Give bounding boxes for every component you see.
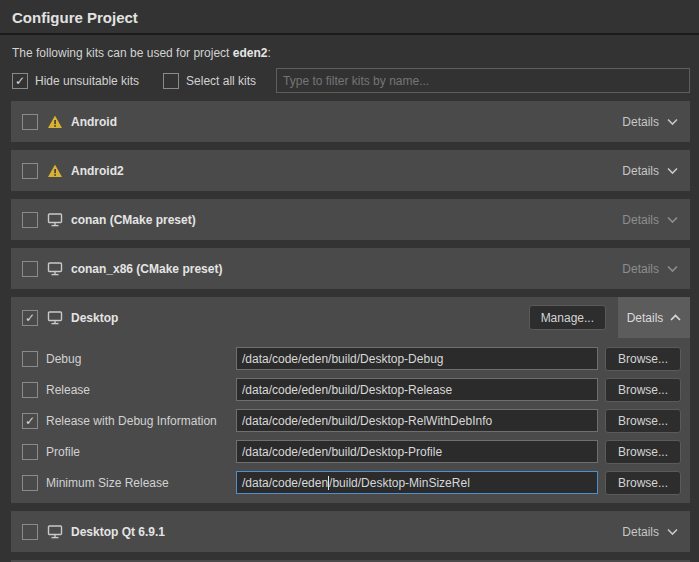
select-all-kits-label: Select all kits — [186, 74, 256, 88]
kit-checkbox-android2[interactable] — [22, 163, 38, 179]
hide-unsuitable-kits-checkbox-group[interactable]: ✓ Hide unsuitable kits — [12, 73, 139, 89]
desktop-icon — [47, 261, 63, 276]
warning-icon — [47, 114, 63, 129]
chevron-up-icon — [670, 314, 681, 322]
browse-button[interactable]: Browse... — [605, 471, 681, 495]
browse-button[interactable]: Browse... — [605, 440, 681, 464]
select-all-kits-checkbox-group[interactable]: Select all kits — [163, 73, 256, 89]
build-config-label: Debug — [46, 352, 81, 366]
check-icon: ✓ — [25, 415, 35, 427]
build-config-checkbox-relwithdebinfo[interactable]: ✓ — [22, 413, 38, 429]
warning-icon — [47, 163, 63, 178]
details-button[interactable]: Details — [618, 262, 682, 276]
kit-panel-desktop: ✓ Desktop Manage... Details Debug Browse… — [11, 297, 690, 503]
browse-button[interactable]: Browse... — [605, 347, 681, 371]
build-config-label: Release with Debug Information — [46, 414, 217, 428]
details-label: Details — [627, 311, 664, 325]
kit-list: Android Details Android2 Details conan (… — [0, 101, 699, 562]
build-config-row-release: Release Browse... — [22, 374, 681, 405]
kit-row-desktop: ✓ Desktop Manage... Details — [11, 297, 690, 338]
kit-row-conan-x86: conan_x86 (CMake preset) Details — [11, 248, 690, 289]
build-dir-input-debug[interactable] — [236, 347, 598, 370]
intro-text-after: : — [267, 46, 270, 60]
build-config-label: Minimum Size Release — [46, 476, 169, 490]
build-config-row-debug: Debug Browse... — [22, 343, 681, 374]
details-button[interactable]: Details — [618, 164, 682, 178]
browse-button[interactable]: Browse... — [605, 378, 681, 402]
build-config-checkbox-profile[interactable] — [22, 444, 38, 460]
build-config-row-profile: Profile Browse... — [22, 436, 681, 467]
details-button[interactable]: Details — [618, 525, 682, 539]
hide-unsuitable-kits-label: Hide unsuitable kits — [35, 74, 139, 88]
select-all-kits-checkbox[interactable] — [163, 73, 179, 89]
details-button[interactable]: Details — [618, 115, 682, 129]
kit-name: conan (CMake preset) — [71, 213, 196, 227]
chevron-down-icon — [667, 167, 678, 175]
desktop-icon — [47, 310, 63, 325]
build-config-checkbox-release[interactable] — [22, 382, 38, 398]
desktop-icon — [47, 524, 63, 539]
kit-checkbox-conan[interactable] — [22, 212, 38, 228]
chevron-down-icon — [667, 216, 678, 224]
chevron-down-icon — [667, 528, 678, 536]
kit-name: Desktop — [71, 311, 118, 325]
build-config-label: Release — [46, 383, 90, 397]
hide-unsuitable-kits-checkbox[interactable]: ✓ — [12, 73, 28, 89]
details-label: Details — [622, 525, 659, 539]
details-label: Details — [622, 213, 659, 227]
details-label: Details — [622, 115, 659, 129]
kit-checkbox-android[interactable] — [22, 114, 38, 130]
path-text-after-caret: /build/Desktop-MinSizeRel — [329, 476, 470, 490]
build-config-list: Debug Browse... Release Browse... ✓ Rele… — [11, 338, 690, 498]
details-button-expanded[interactable]: Details — [618, 297, 690, 338]
chevron-down-icon — [667, 118, 678, 126]
page-title: Configure Project — [0, 0, 699, 35]
check-icon: ✓ — [15, 75, 25, 87]
build-config-checkbox-debug[interactable] — [22, 351, 38, 367]
kit-name: conan_x86 (CMake preset) — [71, 262, 222, 276]
kit-name: Desktop Qt 6.9.1 — [71, 525, 165, 539]
path-text-before-caret: /data/code/eden — [242, 476, 328, 490]
build-dir-input-release[interactable] — [236, 378, 598, 401]
chevron-down-icon — [667, 265, 678, 273]
kit-checkbox-desktop-qt[interactable] — [22, 524, 38, 540]
kit-row-android: Android Details — [11, 101, 690, 142]
kit-row-desktop-qt: Desktop Qt 6.9.1 Details — [11, 511, 690, 552]
build-dir-input-minsizerel[interactable]: /data/code/eden/build/Desktop-MinSizeRel — [236, 471, 598, 494]
kit-filter-input[interactable] — [276, 68, 690, 93]
desktop-icon — [47, 212, 63, 227]
manage-button[interactable]: Manage... — [529, 305, 606, 330]
intro-text-before: The following kits can be used for proje… — [12, 46, 233, 60]
build-config-row-relwithdebinfo: ✓ Release with Debug Information Browse.… — [22, 405, 681, 436]
intro-text: The following kits can be used for proje… — [12, 46, 687, 60]
build-config-label: Profile — [46, 445, 80, 459]
kit-name: Android — [71, 115, 117, 129]
filter-row: ✓ Hide unsuitable kits Select all kits — [12, 68, 690, 93]
check-icon: ✓ — [25, 312, 35, 324]
build-dir-input-profile[interactable] — [236, 440, 598, 463]
build-config-checkbox-minsizerel[interactable] — [22, 475, 38, 491]
project-name: eden2 — [233, 46, 268, 60]
kit-checkbox-desktop[interactable]: ✓ — [22, 310, 38, 326]
kit-row-conan: conan (CMake preset) Details — [11, 199, 690, 240]
build-config-row-minsizerel: Minimum Size Release /data/code/eden/bui… — [22, 467, 681, 498]
details-label: Details — [622, 262, 659, 276]
build-dir-input-relwithdebinfo[interactable] — [236, 409, 598, 432]
kit-row-android2: Android2 Details — [11, 150, 690, 191]
kit-name: Android2 — [71, 164, 124, 178]
details-button[interactable]: Details — [618, 213, 682, 227]
browse-button[interactable]: Browse... — [605, 409, 681, 433]
kit-checkbox-conan-x86[interactable] — [22, 261, 38, 277]
details-label: Details — [622, 164, 659, 178]
